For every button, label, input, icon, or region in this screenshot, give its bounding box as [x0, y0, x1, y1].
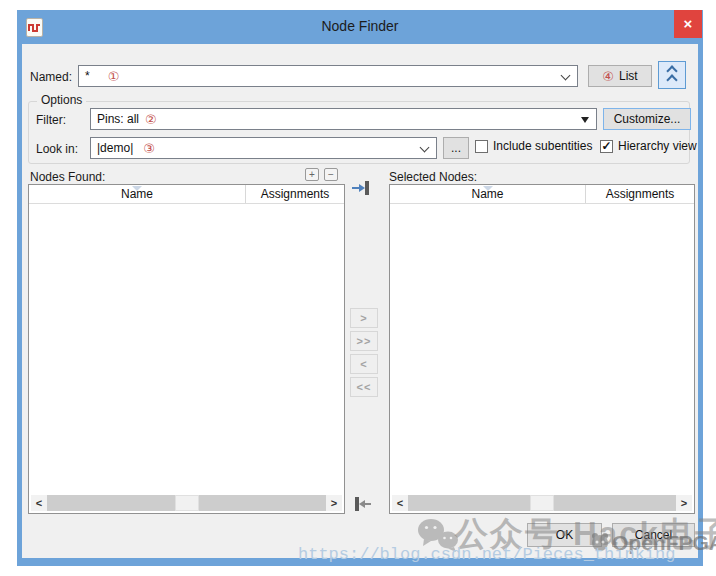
- hierarchy-view-checkrow[interactable]: ✓ Hierarchy view: [600, 139, 697, 153]
- scroll-right-icon[interactable]: >: [676, 495, 692, 511]
- look-in-value: |demo|: [97, 141, 133, 155]
- sort-indicator-icon: [483, 186, 493, 191]
- titlebar[interactable]: Node Finder ×: [17, 10, 703, 44]
- scroll-right-icon[interactable]: >: [326, 495, 342, 511]
- column-header-name[interactable]: Name: [390, 185, 586, 203]
- list-button-label: List: [619, 69, 638, 83]
- scroll-left-icon[interactable]: <: [31, 495, 47, 511]
- node-finder-window: Node Finder × Named: * ① ④ List Options: [17, 10, 703, 566]
- dropdown-arrow-icon[interactable]: [581, 117, 589, 123]
- include-subentities-checkrow[interactable]: Include subentities: [475, 139, 592, 153]
- column-header-name[interactable]: Name: [29, 185, 246, 203]
- selected-nodes-hscrollbar[interactable]: < >: [392, 495, 692, 511]
- scrollbar-thumb[interactable]: [530, 495, 554, 511]
- collapse-all-icon[interactable]: −: [324, 168, 338, 181]
- scrollbar-track[interactable]: [47, 495, 326, 511]
- annotation-2: ②: [145, 112, 157, 127]
- column-header-assignments[interactable]: Assignments: [246, 185, 344, 203]
- include-subentities-label: Include subentities: [493, 139, 592, 153]
- nodes-found-list[interactable]: Name Assignments < >: [28, 184, 345, 514]
- window-title: Node Finder: [17, 18, 703, 34]
- selected-nodes-header[interactable]: Name Assignments: [390, 185, 694, 204]
- options-legend: Options: [37, 93, 86, 107]
- move-all-left-button[interactable]: <<: [350, 377, 378, 397]
- look-in-label: Look in:: [36, 142, 78, 156]
- move-all-right-icon[interactable]: [352, 180, 372, 196]
- column-header-assignments[interactable]: Assignments: [586, 185, 694, 203]
- chevron-down-icon[interactable]: [420, 143, 430, 153]
- named-combobox[interactable]: * ①: [78, 65, 578, 87]
- filter-combobox[interactable]: Pins: all ②: [90, 108, 597, 130]
- filter-value: Pins: all: [97, 112, 139, 126]
- named-label: Named:: [30, 70, 72, 84]
- move-all-right-button[interactable]: >>: [350, 331, 378, 351]
- annotation-1: ①: [108, 69, 120, 84]
- browse-button[interactable]: ...: [443, 137, 469, 159]
- chevron-down-icon[interactable]: [561, 71, 571, 81]
- scroll-left-icon[interactable]: <: [392, 495, 408, 511]
- named-value: *: [85, 69, 90, 83]
- include-subentities-checkbox[interactable]: [475, 140, 488, 153]
- selected-nodes-list[interactable]: Name Assignments < >: [389, 184, 695, 514]
- annotation-4: ④: [602, 69, 614, 84]
- nodes-found-label: Nodes Found:: [30, 170, 105, 184]
- ok-button[interactable]: OK: [527, 523, 602, 547]
- look-in-combobox[interactable]: |demo| ③: [90, 137, 437, 159]
- dialog-client-area: Named: * ① ④ List Options Filter: Pins: …: [22, 44, 698, 558]
- scrollbar-thumb[interactable]: [175, 495, 199, 511]
- chevron-up-icon: [666, 74, 677, 85]
- list-button[interactable]: ④ List: [588, 65, 652, 87]
- move-left-button[interactable]: <: [350, 354, 378, 374]
- nodes-found-hscrollbar[interactable]: < >: [31, 495, 342, 511]
- move-all-left-icon[interactable]: [352, 496, 372, 512]
- move-right-button[interactable]: >: [350, 308, 378, 328]
- screenshot-stage: Node Finder × Named: * ① ④ List Options: [0, 0, 716, 576]
- nodes-found-header[interactable]: Name Assignments: [29, 185, 344, 204]
- close-button[interactable]: ×: [674, 10, 702, 38]
- customize-button[interactable]: Customize...: [603, 108, 691, 130]
- collapse-panel-button[interactable]: [658, 61, 686, 89]
- hierarchy-view-checkbox[interactable]: ✓: [600, 140, 613, 153]
- filter-label: Filter:: [36, 113, 66, 127]
- scrollbar-track[interactable]: [408, 495, 676, 511]
- hierarchy-view-label: Hierarchy view: [618, 139, 697, 153]
- selected-nodes-label: Selected Nodes:: [389, 170, 477, 184]
- cancel-button[interactable]: Cancel: [612, 523, 695, 547]
- sort-indicator-icon: [132, 186, 142, 191]
- expand-all-icon[interactable]: +: [305, 168, 319, 181]
- annotation-3: ③: [143, 141, 155, 156]
